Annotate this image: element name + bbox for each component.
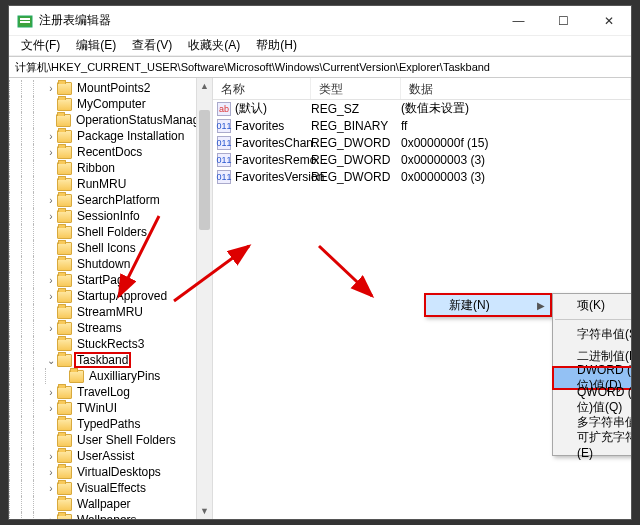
menu-file[interactable]: 文件(F) [15,36,66,55]
value-row[interactable]: 011FavoritesChan...REG_DWORD0x0000000f (… [213,134,631,151]
expand-icon[interactable] [44,115,56,126]
tree-item-label: UserAssist [75,449,136,463]
tree-item[interactable]: ›MountPoints2 [9,80,212,96]
menu-help[interactable]: 帮助(H) [250,36,303,55]
value-row[interactable]: ab(默认)REG_SZ(数值未设置) [213,100,631,117]
expand-icon[interactable] [45,339,57,350]
context-menu: 新建(N) ▶ [424,293,552,317]
tree-item[interactable]: AuxilliaryPins [9,368,212,384]
col-name[interactable]: 名称 [213,78,311,99]
tree-item[interactable]: RunMRU [9,176,212,192]
expand-icon[interactable] [45,163,57,174]
expand-icon[interactable]: › [45,83,57,94]
expand-icon[interactable] [45,99,57,110]
expand-icon[interactable] [45,499,57,510]
tree-item[interactable]: Shell Folders [9,224,212,240]
tree-panel[interactable]: ›MountPoints2 MyComputer OperationStatus… [9,78,213,519]
ctx-expand[interactable]: 可扩充字符串值(E) [553,433,631,455]
tree-scrollbar[interactable]: ▲ ▼ [196,78,212,519]
expand-icon[interactable]: › [45,515,57,520]
tree-item[interactable]: ›VirtualDesktops [9,464,212,480]
tree-item[interactable]: OperationStatusManager [9,112,212,128]
ctx-qword[interactable]: QWORD (64 位)值(Q) [553,389,631,411]
folder-icon [56,114,71,127]
binary-icon: 011 [217,170,231,184]
expand-icon[interactable]: › [45,131,57,142]
tree-item-label: Wallpaper [75,497,133,511]
expand-icon[interactable]: › [45,483,57,494]
expand-icon[interactable]: › [45,451,57,462]
scrollbar-thumb[interactable] [199,110,210,230]
tree-item[interactable]: ›StartPage [9,272,212,288]
expand-icon[interactable] [45,227,57,238]
value-data: ff [401,119,631,133]
tree-item[interactable]: ›RecentDocs [9,144,212,160]
tree-item[interactable]: StuckRects3 [9,336,212,352]
expand-icon[interactable]: ⌄ [45,355,57,366]
address-bar[interactable]: 计算机\HKEY_CURRENT_USER\Software\Microsoft… [9,56,631,78]
tree-item[interactable]: User Shell Folders [9,432,212,448]
expand-icon[interactable]: › [45,275,57,286]
tree-item[interactable]: MyComputer [9,96,212,112]
expand-icon[interactable]: › [45,323,57,334]
value-row[interactable]: 011FavoritesREG_BINARYff [213,117,631,134]
tree-item[interactable]: ›TravelLog [9,384,212,400]
tree-item-label: TWinUI [75,401,119,415]
scroll-up-icon[interactable]: ▲ [197,78,212,94]
expand-icon[interactable] [57,371,69,382]
expand-icon[interactable] [45,179,57,190]
expand-icon[interactable] [45,419,57,430]
tree-item[interactable]: ›Package Installation [9,128,212,144]
tree-item[interactable]: ›Wallpapers [9,512,212,519]
folder-icon [57,482,72,495]
tree-item-label: Taskband [75,353,130,367]
expand-icon[interactable] [45,259,57,270]
menu-view[interactable]: 查看(V) [126,36,178,55]
maximize-button[interactable]: ☐ [541,6,586,36]
folder-icon [57,178,72,191]
folder-icon [57,338,72,351]
expand-icon[interactable]: › [45,291,57,302]
ctx-string[interactable]: 字符串值(S) [553,323,631,345]
ctx-new[interactable]: 新建(N) ▶ [425,294,551,316]
col-data[interactable]: 数据 [401,78,631,99]
value-row[interactable]: 011FavoritesVersionREG_DWORD0x00000003 (… [213,168,631,185]
titlebar[interactable]: 注册表编辑器 — ☐ ✕ [9,6,631,36]
tree-item[interactable]: StreamMRU [9,304,212,320]
tree-item[interactable]: ⌄Taskband [9,352,212,368]
tree-item[interactable]: Shutdown [9,256,212,272]
expand-icon[interactable]: › [45,403,57,414]
expand-icon[interactable] [45,243,57,254]
tree-item-label: OperationStatusManager [74,113,212,127]
tree-item[interactable]: ›TWinUI [9,400,212,416]
value-data: 0x0000000f (15) [401,136,631,150]
ctx-key[interactable]: 项(K) [553,294,631,316]
folder-icon [57,402,72,415]
tree-item[interactable]: ›Streams [9,320,212,336]
expand-icon[interactable]: › [45,387,57,398]
tree-item[interactable]: ›VisualEffects [9,480,212,496]
expand-icon[interactable] [45,307,57,318]
expand-icon[interactable] [45,435,57,446]
tree-item[interactable]: ›SearchPlatform [9,192,212,208]
expand-icon[interactable]: › [45,211,57,222]
tree-item[interactable]: TypedPaths [9,416,212,432]
tree-item[interactable]: Ribbon [9,160,212,176]
tree-item[interactable]: ›SessionInfo [9,208,212,224]
tree-item[interactable]: Shell Icons [9,240,212,256]
value-row[interactable]: 011FavoritesRemo...REG_DWORD0x00000003 (… [213,151,631,168]
tree-item[interactable]: ›UserAssist [9,448,212,464]
tree-item[interactable]: ›StartupApproved [9,288,212,304]
tree-item[interactable]: Wallpaper [9,496,212,512]
minimize-button[interactable]: — [496,6,541,36]
close-button[interactable]: ✕ [586,6,631,36]
menu-edit[interactable]: 编辑(E) [70,36,122,55]
scroll-down-icon[interactable]: ▼ [197,503,212,519]
tree-item-label: Streams [75,321,124,335]
expand-icon[interactable]: › [45,147,57,158]
expand-icon[interactable]: › [45,195,57,206]
app-icon [17,13,33,29]
col-type[interactable]: 类型 [311,78,401,99]
expand-icon[interactable]: › [45,467,57,478]
menu-favorites[interactable]: 收藏夹(A) [182,36,246,55]
